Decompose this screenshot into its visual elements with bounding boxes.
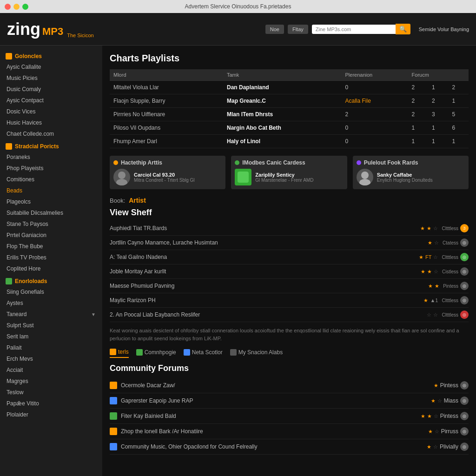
sidebar-item-magrges[interactable]: Magrges (0, 376, 102, 387)
maximize-btn[interactable] (22, 4, 28, 10)
sidebar-item-phop-playeists[interactable]: Phop Playeists (0, 163, 102, 174)
featured-artist-1[interactable]: Zariplily Senticy Gl Marstenelae - Frenr… (235, 169, 343, 185)
sidebar-item-plageolcs[interactable]: Plageolcs (0, 196, 102, 207)
star-icon: ★ (428, 429, 433, 435)
minimize-btn[interactable] (13, 4, 20, 10)
sidebar-item-music-picies[interactable]: Music Picies (0, 73, 102, 84)
shelf-badge-4: Pintess (443, 284, 458, 289)
sidebar-item-plolaider[interactable]: Plolaider (0, 409, 102, 420)
sidebar-item-beads[interactable]: Beads (0, 185, 102, 196)
sidebar-item-chaet-collede[interactable]: Chaet Collede.com (0, 128, 102, 139)
tab-my-snacion[interactable]: My Snacion Alabs (230, 347, 283, 358)
sidebar-item-serit[interactable]: Serit lam (0, 331, 102, 342)
svg-point-3 (361, 172, 369, 179)
star-empty-icon: ☆ (434, 269, 438, 275)
forum-list: Ocermole Dacar Zaw/ ★ Pintess ◎ Gaprerst… (110, 378, 469, 455)
shelf-badge-6: Cltttless (442, 312, 458, 317)
row5-col4: 1 (408, 135, 428, 148)
star-empty-icon: ☆ (437, 398, 442, 404)
sidebar-item-poraneks[interactable]: Poraneks (0, 152, 102, 163)
star-empty-icon: ☆ (433, 444, 438, 450)
sidebar-section-goloncles: Goloncles (0, 49, 102, 61)
tab-neta-scotlor[interactable]: Neta Scotlor (184, 347, 223, 358)
shelf-item-2[interactable]: A: Teal Gailno INadena ★ FT ☆ Cltttless … (110, 250, 469, 264)
artist-info-1: Zariplily Senticy Gl Marstenelae - Frenr… (255, 172, 313, 183)
sidebar-item-sulprt[interactable]: Sulprt Sust (0, 320, 102, 331)
featured-card-2: Pulelout Fook Rards Sanky Caffabe Enylic… (353, 156, 469, 189)
sidebar-item-paliait[interactable]: Paliait (0, 342, 102, 353)
sidebar-item-dosic-vices[interactable]: Dosic Vices (0, 106, 102, 117)
sidebar-item-siing[interactable]: Siing Gonefials (0, 286, 102, 298)
nav-fltay-button[interactable]: Fltay (288, 25, 308, 34)
row1-col2: Dan Daplaniand (223, 81, 342, 94)
forum-item-0[interactable]: Ocermole Dacar Zaw/ ★ Pintess ◎ (110, 378, 469, 393)
row3-col4: 2 (408, 108, 428, 121)
sidebar-item-aystes[interactable]: Aystes (0, 298, 102, 309)
row4-col1: Piloso Vil Oupdans (110, 121, 223, 135)
shelf-item-name-4: Maesse Phumiud Pavning (110, 283, 428, 289)
star-empty-icon: ☆ (435, 429, 439, 435)
nav-noe-button[interactable]: Noe (265, 25, 284, 34)
col-plerenanion: Plerenanion (342, 69, 408, 81)
section-icon-3 (6, 278, 12, 284)
book-value[interactable]: Artist (129, 197, 146, 204)
sidebar-item-dusic-comaly[interactable]: Dusic Comaly (0, 84, 102, 95)
shelf-item-3[interactable]: Joble Moritay Aar kurllt ★ ★ ☆ Cistless … (110, 264, 469, 279)
book-label: Book: (110, 197, 125, 204)
sidebar-item-paple[interactable]: Papǣe Vitito (0, 398, 102, 409)
avatar-2 (357, 169, 373, 185)
featured-artist-0[interactable]: Carciol Cal 93.20 Mitra Condreit - Trter… (113, 169, 222, 185)
sidebar-item-coplited[interactable]: Coplited Hore (0, 263, 102, 274)
charts-title: Charts Playlists (110, 53, 469, 64)
col-mlord: Mlord (110, 69, 223, 81)
num-icon: ▲1 (430, 298, 438, 303)
logo-slogan: The Sicicon (67, 33, 93, 38)
sidebar-item-comitiones[interactable]: Comitiones (0, 174, 102, 185)
featured-dot-0 (113, 160, 118, 165)
sidebar-item-husic-havices[interactable]: Husic Havices (0, 117, 102, 128)
ft-icon: FT (425, 254, 431, 260)
sidebar-item-suitabilie[interactable]: Suitabilie Diicsalmelies (0, 207, 102, 218)
search-input[interactable] (312, 25, 396, 34)
shelf-item-4[interactable]: Maesse Phumiud Pavning ★ ★ Pintess ◎ (110, 279, 469, 293)
table-row: Pirrries No Uiffienare Mlan lTem Dhrsts … (110, 108, 469, 121)
featured-row: Hactethip Arttis Carciol Cal 93.20 Mitra… (110, 156, 469, 189)
tab-terls[interactable]: terls (110, 347, 129, 358)
shelf-circle-0: 3 (460, 224, 469, 232)
search-button[interactable]: 🔍 (396, 24, 410, 34)
shelf-item-5[interactable]: Maylic Rarizon PH ★ ▲1 Cltttless ◎ (110, 293, 469, 308)
row1-col5: 1 (428, 81, 448, 94)
shelf-item-1[interactable]: Jortllin Cayno Manamce, Lurache Husimtan… (110, 236, 469, 250)
sidebar-item-aysic-callalite[interactable]: Aysic Callalite (0, 61, 102, 73)
featured-artist-2[interactable]: Sanky Caffabe Enylich Huglong Donulteds (357, 169, 465, 185)
featured-title-1: IModbes Canic Cardess (235, 159, 343, 166)
forum-item-4[interactable]: Community Music, Ohier Opacilond for Cou… (110, 439, 469, 455)
sidebar-item-taneard[interactable]: Taneard ▼ (0, 309, 102, 320)
sidebar-item-prrtel[interactable]: Prrtel Ganiacion (0, 230, 102, 241)
sidebar-item-erch[interactable]: Erch Mevs (0, 353, 102, 364)
sidebar-item-erilis[interactable]: Erilis TV Probes (0, 252, 102, 263)
row1-col1: Mltaitel Violua Llar (110, 81, 223, 94)
forum-icon-4 (110, 443, 117, 450)
artist-sub-0: Mitra Condreit - Trtert Sblg Gl (134, 178, 195, 183)
forum-item-3[interactable]: Zhop the lonell Bark /Ar Honatiire ★ ☆ P… (110, 424, 469, 439)
shelf-desc: Keat woning auais desictent of ohforiby … (110, 327, 469, 342)
sidebar-item-stane[interactable]: Stane To Paysos (0, 218, 102, 230)
tab-comnhpogie[interactable]: Comnhpogie (136, 347, 176, 358)
sidebar-item-acciait[interactable]: Acciait (0, 364, 102, 376)
row4-col2: Nargin Abo Cat Beth (223, 121, 342, 135)
login-text[interactable]: Semide Volur Bayning (419, 26, 469, 32)
shelf-item-6[interactable]: 2. An Poocal Liab Eaybanch Reslifer ☆ ☆ … (110, 308, 469, 322)
artist-sub-1: Gl Marstenelae - Frenr AMD (255, 178, 313, 183)
window-controls (5, 4, 28, 10)
sidebar-item-flop[interactable]: Flop The Bube (0, 241, 102, 252)
main-layout: Goloncles Aysic Callalite Music Picies D… (0, 46, 476, 476)
forum-icon-2 (110, 412, 117, 420)
row2-col4: 2 (408, 94, 428, 108)
forum-item-1[interactable]: Gaprerster Eapoip June RAP ★ ☆ Miass ◎ (110, 393, 469, 409)
forum-item-2[interactable]: Fiter Kay Bainied Bald ★ ★ ☆ Pintess ◎ (110, 409, 469, 424)
close-btn[interactable] (5, 4, 11, 10)
sidebar-item-aysic-contpact[interactable]: Aysic Contpact (0, 95, 102, 106)
sidebar-item-teslow[interactable]: Teslow (0, 387, 102, 398)
shelf-item-0[interactable]: Auphiedl Tiat TR.Bards ★ ★ ☆ Cltttless 3 (110, 221, 469, 236)
